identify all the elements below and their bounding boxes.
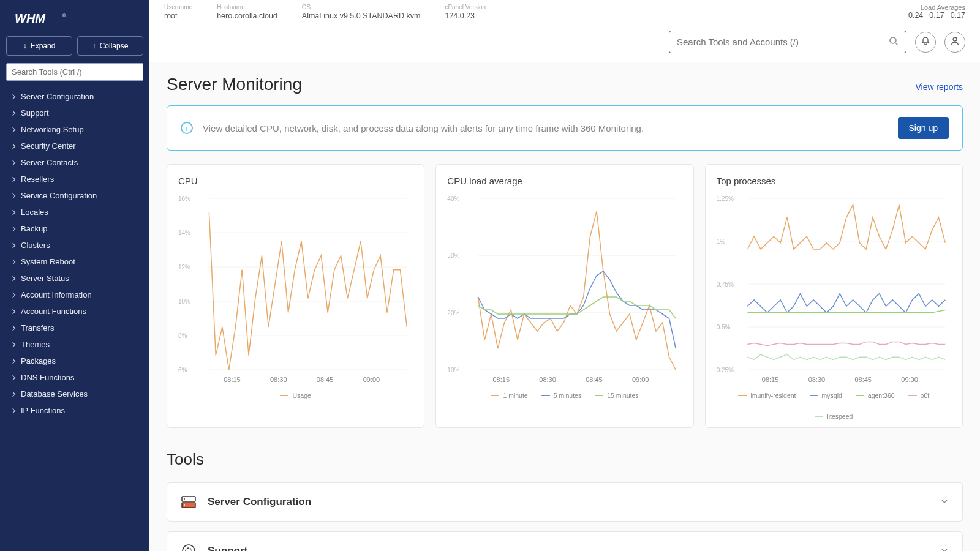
nav-item[interactable]: Server Configuration	[0, 88, 149, 105]
chevron-right-icon	[10, 325, 15, 330]
nav-label: Account Information	[21, 290, 92, 299]
svg-point-2	[890, 37, 896, 43]
chart-body: 1.25%1%0.75%0.5%0.25%	[717, 198, 951, 370]
global-search-input[interactable]	[677, 37, 889, 47]
chart-x-axis: 08:1508:3008:4509:00	[178, 376, 413, 383]
nav-label: Themes	[21, 340, 50, 349]
tools-heading: Tools	[167, 450, 963, 469]
topbar-cpanel: cPanel Version124.0.23	[445, 4, 486, 20]
chevron-right-icon	[10, 342, 15, 347]
topbar-hostname: Hostnamehero.corolla.cloud	[217, 4, 277, 20]
chevron-right-icon	[10, 209, 15, 214]
nav-item[interactable]: Networking Setup	[0, 121, 149, 138]
chart-card: CPU16%14%12%10%8%6%08:1508:3008:4509:00U…	[167, 164, 424, 428]
chart-x-axis: 08:1508:3008:4509:00	[447, 376, 682, 383]
bell-icon	[921, 36, 930, 48]
nav-label: IP Functions	[21, 406, 65, 415]
content: Server Monitoring View reports i View de…	[149, 62, 980, 551]
view-reports-link[interactable]: View reports	[915, 82, 963, 92]
chevron-right-icon	[10, 276, 15, 280]
chevron-right-icon	[10, 160, 15, 165]
chart-card: Top processes1.25%1%0.75%0.5%0.25%08:150…	[705, 164, 963, 428]
chevron-right-icon	[10, 292, 15, 297]
chart-x-axis: 08:1508:3008:4509:00	[717, 376, 951, 383]
whm-logo: WHM®	[0, 0, 149, 36]
global-search[interactable]	[669, 31, 907, 53]
promo-text: View detailed CPU, network, disk, and pr…	[203, 123, 644, 133]
topbar-os: OSAlmaLinux v9.5.0 STANDARD kvm	[302, 4, 421, 20]
notifications-button[interactable]	[915, 32, 936, 53]
chevron-right-icon	[10, 176, 15, 181]
chart-card: CPU load average40%30%20%10%08:1508:3008…	[435, 164, 693, 428]
chevron-right-icon	[10, 375, 15, 380]
nav-label: Backup	[21, 224, 47, 233]
chart-body: 40%30%20%10%	[447, 198, 682, 370]
topbar: Usernameroot Hostnamehero.corolla.cloud …	[149, 0, 980, 24]
tool-title: Support	[208, 545, 247, 551]
nav-item[interactable]: System Reboot	[0, 253, 149, 270]
up-arrow-icon: ↑	[92, 42, 96, 50]
nav-label: Support	[21, 108, 49, 118]
chevron-right-icon	[10, 391, 15, 396]
nav-item[interactable]: Security Center	[0, 138, 149, 154]
nav-item[interactable]: DNS Functions	[0, 369, 149, 386]
chevron-right-icon	[10, 408, 15, 413]
nav-item[interactable]: Backup	[0, 220, 149, 237]
expand-button[interactable]: ↓Expand	[6, 36, 72, 56]
nav-item[interactable]: Support	[0, 105, 149, 121]
nav-label: Networking Setup	[21, 125, 84, 134]
promo-banner: i View detailed CPU, network, disk, and …	[167, 105, 963, 151]
nav-item[interactable]: Locales	[0, 204, 149, 220]
nav-item[interactable]: Server Contacts	[0, 154, 149, 171]
nav-label: DNS Functions	[21, 373, 74, 382]
tool-icon	[181, 494, 197, 510]
chevron-right-icon	[10, 143, 15, 148]
page-title: Server Monitoring	[167, 75, 302, 94]
tool-accordion[interactable]: Support	[167, 531, 963, 551]
nav-label: System Reboot	[21, 257, 75, 266]
tool-title: Server Configuration	[208, 496, 311, 508]
nav-item[interactable]: Transfers	[0, 320, 149, 336]
chart-title: CPU load average	[447, 176, 682, 186]
chevron-down-icon	[940, 497, 949, 508]
nav-item[interactable]: Server Status	[0, 270, 149, 287]
nav-item[interactable]: Resellers	[0, 171, 149, 187]
nav-label: Server Configuration	[21, 92, 94, 101]
search-row	[149, 24, 980, 62]
chart-title: Top processes	[717, 176, 951, 186]
sidebar-nav: Server ConfigurationSupportNetworking Se…	[0, 86, 149, 419]
collapse-button[interactable]: ↑Collapse	[77, 36, 143, 56]
nav-item[interactable]: Account Functions	[0, 303, 149, 320]
signup-button[interactable]: Sign up	[898, 117, 949, 139]
nav-label: Resellers	[21, 174, 54, 184]
svg-line-3	[895, 43, 898, 45]
nav-item[interactable]: Themes	[0, 336, 149, 353]
svg-point-23	[184, 504, 185, 506]
chart-legend: imunify-residentmysqldagent360p0flitespe…	[717, 392, 951, 420]
nav-label: Locales	[21, 208, 48, 217]
nav-label: Server Status	[21, 274, 69, 283]
chevron-right-icon	[10, 94, 15, 99]
tool-accordion[interactable]: Server Configuration	[167, 482, 963, 522]
sidebar-search-input[interactable]	[6, 63, 143, 81]
user-button[interactable]	[944, 32, 965, 53]
svg-text:®: ®	[62, 13, 66, 18]
nav-label: Security Center	[21, 141, 76, 151]
chart-legend: Usage	[178, 392, 413, 399]
svg-point-22	[184, 498, 185, 500]
search-icon	[889, 36, 899, 48]
chevron-right-icon	[10, 309, 15, 313]
nav-item[interactable]: Account Information	[0, 287, 149, 303]
nav-item[interactable]: Service Configuration	[0, 187, 149, 204]
tool-icon	[181, 543, 197, 551]
nav-label: Server Contacts	[21, 158, 78, 167]
nav-item[interactable]: Database Services	[0, 386, 149, 402]
nav-item[interactable]: Clusters	[0, 237, 149, 253]
chevron-right-icon	[10, 259, 15, 264]
nav-item[interactable]: IP Functions	[0, 402, 149, 419]
down-arrow-icon: ↓	[23, 42, 27, 50]
chart-body: 16%14%12%10%8%6%	[178, 198, 413, 370]
chevron-down-icon	[940, 546, 949, 552]
collapse-label: Collapse	[100, 42, 129, 50]
nav-item[interactable]: Packages	[0, 353, 149, 369]
